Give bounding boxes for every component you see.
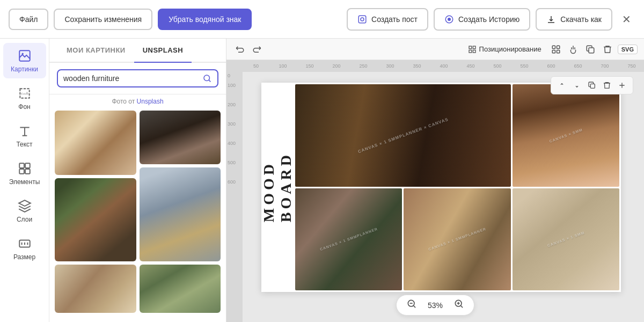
image-icon [17,48,32,63]
sidebar-item-size[interactable]: Размер [3,231,46,266]
search-icon [202,74,212,83]
mood-board-cell[interactable]: CANVAS × 1 SMMPLANNER [404,188,510,291]
layers-icon [17,199,32,214]
positioning-icon [468,45,477,54]
svg-rect-21 [590,84,595,88]
svg-point-3 [448,18,451,21]
list-item[interactable]: CANVAS × SMMPLANNER [140,265,221,313]
zoom-in-icon [453,298,464,309]
delete-canvas-button[interactable] [601,42,614,56]
positioning-button[interactable]: Позиционирование [464,43,546,56]
zoom-controls: 53% [396,295,474,316]
copy-icon [586,45,595,54]
svg-rect-6 [19,163,24,168]
zoom-out-button[interactable] [404,298,419,312]
sidebar-label-background: Фон [18,103,30,111]
save-button[interactable]: Сохранить изменения [54,9,152,30]
search-bar [49,63,226,94]
chevron-up-icon [558,81,566,90]
main-area: Картинки Фон Текст [0,39,644,322]
delete-icon [603,45,612,54]
sidebar-item-layers[interactable]: Слои [3,193,46,229]
zoom-in-button[interactable] [451,298,466,312]
layers-style-button[interactable] [549,42,563,56]
elements-icon [17,161,32,176]
search-input[interactable] [63,74,198,83]
mood-board-cell[interactable]: CANVAS × 1 SMMPLANNER × CANVAS [295,84,511,187]
list-item[interactable]: CANVAS × SMMPLANNER [55,265,136,313]
mood-board-cell[interactable]: CANVAS × 1 SMM [513,188,619,291]
float-copy-button[interactable] [586,79,598,92]
mood-board-title: MOODBOARD [261,152,295,222]
canvas-wrapper[interactable]: 0 100 200 300 400 500 600 50 100 150 200… [226,60,644,322]
download-icon [546,14,556,24]
tab-my-images[interactable]: МОИ КАРТИНКИ [58,39,134,63]
list-item[interactable]: CANVAS × SMMPLANNER [55,111,136,175]
redo-icon [252,45,262,54]
svg-rect-7 [25,163,30,168]
svg-rect-17 [557,46,559,48]
undo-button[interactable] [233,42,247,56]
toolbar: Файл Сохранить изменения Убрать водяной … [0,0,644,39]
float-delete-button[interactable] [601,79,613,92]
list-item[interactable]: CANVAS × SMMPLANNER [55,178,136,261]
positioning-label: Позиционирование [479,45,541,53]
undo-icon [235,45,245,54]
download-button[interactable]: Скачать как [536,8,612,31]
trash-small-icon [603,81,611,90]
create-post-button[interactable]: Создать пост [347,8,428,31]
mood-board-cell[interactable]: CANVAS × SMM [513,84,619,187]
svg-rect-20 [589,48,594,53]
background-icon [17,86,32,101]
mood-board-label: MOODBOARD [261,83,294,292]
layers-style-icon [551,45,561,54]
copy-small-icon [588,81,596,90]
mood-board-cell[interactable]: CANVAS × 1 SMMPLANNER [295,188,402,291]
svg-point-1 [361,18,364,21]
sidebar-item-background[interactable]: Фон [3,80,46,116]
svg-rect-12 [469,46,472,49]
create-post-icon [357,14,367,24]
close-button[interactable]: ✕ [618,11,635,28]
hand-button[interactable] [566,42,580,56]
mood-board[interactable]: MOODBOARD CANVAS × 1 SMMPLANNER × CANVAS… [261,83,621,292]
text-icon [17,123,32,138]
remove-watermark-button[interactable]: Убрать водяной знак [158,9,252,30]
canvas-board[interactable]: MOODBOARD CANVAS × 1 SMMPLANNER × CANVAS… [243,72,644,322]
create-story-button[interactable]: Создать Историю [434,8,530,31]
sidebar-item-images[interactable]: Картинки [3,43,46,78]
toolbar-right: Создать пост Создать Историю Скачать как… [347,8,635,31]
svg-rect-13 [473,46,475,49]
canvas-area: Позиционирование [226,39,644,322]
search-input-wrap [57,69,218,87]
zoom-value: 53% [425,301,446,310]
chevron-down-icon [573,81,581,90]
canvas-toolbar: Позиционирование [226,39,644,60]
image-col-1: CANVAS × SMMPLANNER CANVAS × SMMPLANNER … [55,111,136,319]
file-button[interactable]: Файл [9,9,48,30]
copy-canvas-button[interactable] [583,42,597,56]
float-down-button[interactable] [570,79,583,92]
list-item[interactable]: CANVAS × SMMPLANNER [140,111,221,164]
unsplash-credit: Фото от Unsplash [49,94,226,107]
sidebar-item-text[interactable]: Текст [3,118,46,153]
images-panel: МОИ КАРТИНКИ UNSPLASH Фото от Unsplash C… [49,39,226,322]
vertical-ruler: 0 100 200 300 400 500 600 [226,60,243,322]
sidebar-label-images: Картинки [11,65,38,73]
unsplash-link[interactable]: Unsplash [137,98,164,105]
image-col-2: CANVAS × SMMPLANNER CANVAS × SMMPLANNER … [140,111,221,319]
plus-icon [618,81,626,90]
float-up-button[interactable] [555,79,568,92]
tab-unsplash[interactable]: UNSPLASH [134,39,192,63]
sidebar-item-elements[interactable]: Элементы [3,156,46,191]
svg-rect-19 [557,50,559,53]
create-story-icon [444,14,454,24]
zoom-out-icon [406,298,417,309]
sidebar-label-size: Размер [13,253,35,261]
list-item[interactable]: CANVAS × SMMPLANNER [140,167,221,261]
horizontal-ruler: 50 100 150 200 250 300 350 400 450 500 5… [243,60,644,72]
sidebar-label-elements: Элементы [9,178,40,186]
redo-button[interactable] [250,42,264,56]
float-add-button[interactable] [616,79,628,92]
svg-rect-9 [25,169,30,174]
